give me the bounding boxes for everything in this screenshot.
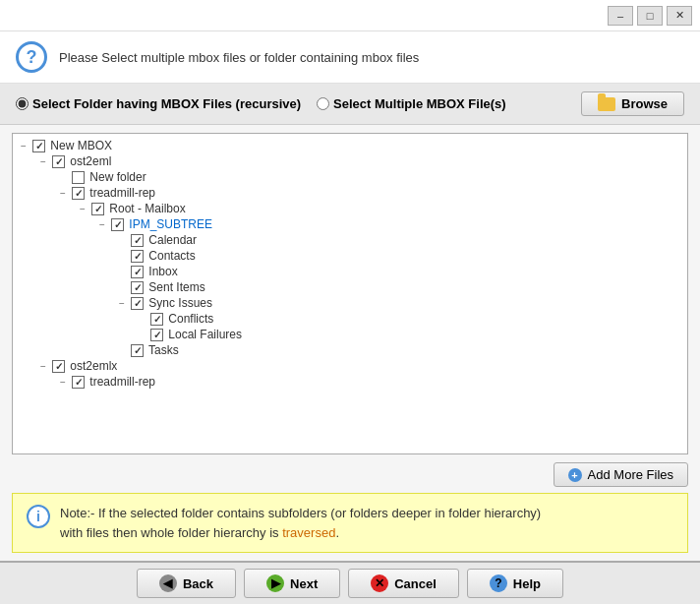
tree-node-sent-items[interactable]: Sent Items [17, 279, 683, 295]
radio-option-folder[interactable]: Select Folder having MBOX Files (recursi… [16, 96, 301, 111]
tree-node-ost2emlx[interactable]: − ost2emlx [17, 358, 683, 374]
note-text: Note:- If the selected folder contains s… [60, 504, 541, 542]
expand-icon[interactable]: − [56, 375, 70, 389]
radio-option-files[interactable]: Select Multiple MBOX File(s) [317, 96, 506, 111]
title-bar: – □ ✕ [0, 0, 700, 31]
next-icon: ▶ [266, 574, 284, 592]
browse-label: Browse [621, 96, 668, 111]
note-line2-suffix: . [335, 525, 339, 540]
node-label-sync-issues: Sync Issues [146, 296, 212, 310]
node-label-sent-items: Sent Items [146, 280, 205, 294]
cancel-icon: ✕ [371, 574, 388, 592]
back-label: Back [183, 576, 213, 591]
next-label: Next [290, 576, 318, 591]
radio-files-label: Select Multiple MBOX File(s) [333, 96, 506, 111]
checkbox-local-failures[interactable] [150, 329, 163, 341]
back-icon: ◀ [159, 574, 177, 592]
tree-node-treadmill-rep2[interactable]: − treadmill-rep [17, 374, 683, 390]
expand-icon[interactable]: − [76, 202, 89, 215]
header-text: Please Select multiple mbox files or fol… [59, 50, 419, 65]
node-label-contacts: Contacts [146, 249, 196, 263]
node-label-treadmill-rep: treadmill-rep [87, 186, 155, 200]
expand-placeholder [115, 280, 129, 294]
main-container: ? Please Select multiple mbox files or f… [0, 31, 700, 604]
expand-icon[interactable]: − [17, 139, 30, 152]
tree-node-tasks[interactable]: Tasks [17, 342, 683, 358]
checkbox-new-folder[interactable] [72, 171, 85, 184]
minimize-button[interactable]: – [608, 6, 633, 26]
expand-placeholder [135, 312, 148, 326]
tree-node-calendar[interactable]: Calendar [17, 232, 683, 248]
checkbox-calendar[interactable] [131, 234, 144, 247]
expand-placeholder [135, 328, 148, 341]
expand-icon[interactable]: − [36, 359, 50, 373]
next-button[interactable]: ▶ Next [244, 569, 340, 598]
checkbox-inbox[interactable] [131, 266, 144, 278]
browse-button[interactable]: Browse [581, 91, 684, 116]
checkbox-root-mailbox[interactable] [91, 203, 104, 215]
tree-node-inbox[interactable]: Inbox [17, 264, 683, 279]
tree-node-ipm-subtree[interactable]: − IPM_SUBTREE [17, 216, 683, 232]
checkbox-contacts[interactable] [131, 250, 144, 263]
expand-icon[interactable]: − [56, 186, 70, 200]
node-label-ipm-subtree: IPM_SUBTREE [126, 217, 212, 231]
checkbox-ost2emlx[interactable] [52, 360, 65, 373]
node-label-tasks: Tasks [146, 343, 179, 357]
node-label-inbox: Inbox [146, 265, 178, 278]
bottom-bar: ◀ Back ▶ Next ✕ Cancel ? Help [0, 561, 700, 604]
tree-node-conflicts[interactable]: Conflicts [17, 311, 683, 327]
node-label-new-mbox: New MBOX [47, 139, 112, 152]
note-area: i Note:- If the selected folder contains… [12, 493, 688, 553]
help-label: Help [513, 576, 541, 591]
tree-node-ost2eml[interactable]: − ost2eml [17, 153, 683, 169]
checkbox-sent-items[interactable] [131, 281, 144, 294]
checkbox-sync-issues[interactable] [131, 297, 144, 310]
node-label-treadmill-rep2: treadmill-rep [87, 375, 155, 389]
expand-placeholder [115, 343, 129, 357]
window-controls: – □ ✕ [608, 6, 692, 26]
add-files-row: + Add More Files [0, 458, 700, 493]
expand-icon[interactable]: − [95, 217, 109, 231]
expand-placeholder [56, 170, 70, 184]
node-label-ost2emlx: ost2emlx [67, 359, 117, 373]
close-button[interactable]: ✕ [667, 6, 692, 26]
checkbox-tasks[interactable] [131, 344, 144, 357]
tree-node-sync-issues[interactable]: − Sync Issues [17, 295, 683, 311]
maximize-button[interactable]: □ [637, 6, 663, 26]
add-more-files-button[interactable]: + Add More Files [554, 462, 688, 487]
node-label-local-failures: Local Failures [165, 328, 242, 341]
tree-node-local-failures[interactable]: Local Failures [17, 327, 683, 342]
back-button[interactable]: ◀ Back [137, 569, 236, 598]
tree-node-treadmill-rep[interactable]: − treadmill-rep [17, 185, 683, 201]
radio-folder-input[interactable] [16, 97, 29, 110]
checkbox-treadmill-rep[interactable] [72, 187, 85, 200]
add-files-label: Add More Files [588, 467, 673, 482]
node-label-new-folder: New folder [87, 170, 146, 184]
help-icon: ? [490, 574, 507, 592]
expand-placeholder [115, 233, 129, 247]
plus-icon: + [568, 468, 582, 482]
tree-node-root-mailbox[interactable]: − Root - Mailbox [17, 201, 683, 216]
file-tree[interactable]: − New MBOX− ost2eml New folder− treadmil… [12, 133, 688, 454]
tree-node-new-folder[interactable]: New folder [17, 169, 683, 185]
radio-row: Select Folder having MBOX Files (recursi… [0, 84, 700, 125]
radio-files-input[interactable] [317, 97, 329, 110]
checkbox-treadmill-rep2[interactable] [72, 376, 85, 389]
tree-node-contacts[interactable]: Contacts [17, 248, 683, 264]
help-button[interactable]: ? Help [467, 569, 563, 598]
checkbox-ost2eml[interactable] [52, 155, 65, 168]
tree-node-new-mbox[interactable]: − New MBOX [17, 138, 683, 153]
node-label-calendar: Calendar [146, 233, 197, 247]
checkbox-conflicts[interactable] [150, 313, 163, 326]
header-row: ? Please Select multiple mbox files or f… [0, 31, 700, 84]
expand-placeholder [115, 249, 129, 263]
expand-icon[interactable]: − [36, 154, 50, 168]
checkbox-new-mbox[interactable] [32, 140, 45, 152]
folder-icon [598, 97, 615, 111]
cancel-label: Cancel [394, 576, 437, 591]
checkbox-ipm-subtree[interactable] [111, 218, 124, 231]
cancel-button[interactable]: ✕ Cancel [348, 569, 459, 598]
note-info-icon: i [27, 505, 50, 528]
radio-folder-label: Select Folder having MBOX Files (recursi… [32, 96, 301, 111]
expand-icon[interactable]: − [115, 296, 129, 310]
